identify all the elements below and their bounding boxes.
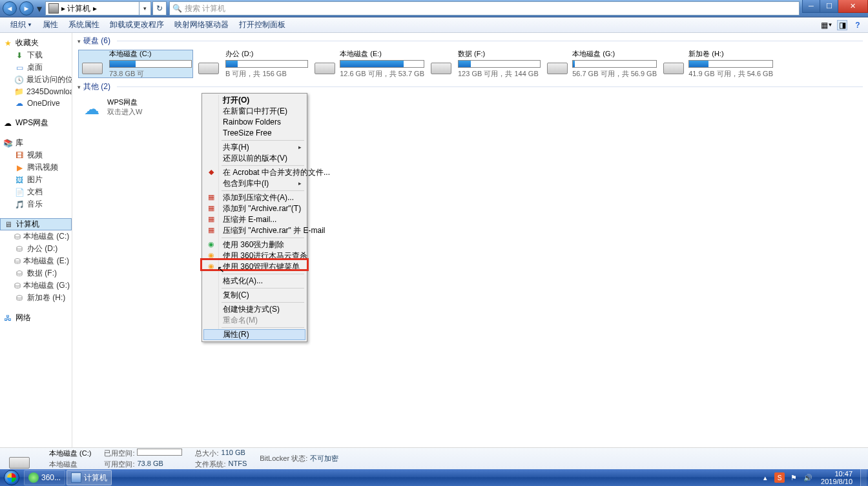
tray-flag-icon[interactable]: ⚑ [789,472,799,483]
view-mode-button[interactable]: ▦▼ [822,20,832,30]
help-button[interactable]: ? [852,20,863,30]
drive-free-text: B 可用，共 156 GB [225,69,308,79]
sidebar-drive-g[interactable]: ⛁本地磁盘 (G:) [0,279,72,292]
toolbar-control-panel[interactable]: 打开控制面板 [234,18,291,32]
drive-free-text: 73.8 GB 可 [109,69,192,79]
sidebar-desktop[interactable]: ▭桌面 [0,61,72,74]
music-icon: 🎵 [14,199,25,210]
sidebar-downloads[interactable]: ⬇下载 [0,49,72,61]
sidebar-computer[interactable]: 🖥计算机 [0,218,72,230]
sidebar-drive-e[interactable]: ⛁本地磁盘 (E:) [0,255,72,267]
sidebar-onedrive[interactable]: ☁OneDrive [0,97,72,109]
sidebar-network[interactable]: 🖧网络 [0,312,72,324]
drive-usage-bar [340,60,424,68]
ctx-360-delete[interactable]: ◉使用 360强力删除 [203,239,305,250]
taskbar-clock[interactable]: 10:47 2019/8/10 [818,469,855,486]
drive-f[interactable]: 数据 (F:) 123 GB 可用，共 144 GB [427,50,542,78]
drive-e[interactable]: 本地磁盘 (E:) 12.6 GB 可用，共 53.7 GB [311,50,426,78]
drives-grid: 本地磁盘 (C:) 73.8 GB 可 办公 (D:) B 可用，共 156 G… [72,49,868,79]
sidebar-drive-f[interactable]: ⛁数据 (F:) [0,267,72,279]
sidebar-pictures[interactable]: 🖼图片 [0,174,72,186]
drive-g[interactable]: 本地磁盘 (G:) 56.7 GB 可用，共 56.9 GB [543,50,658,78]
ctx-add-archive-rar[interactable]: ▦添加到 "Archive.rar"(T) [203,203,305,214]
cursor-icon: ↖ [217,264,225,274]
sidebar-2345downloads[interactable]: 📁2345Downloads [0,86,72,97]
preview-pane-button[interactable]: ◨ [837,20,847,30]
ctx-add-archive[interactable]: ▦添加到压缩文件(A)... [203,192,305,203]
toolbar-organize[interactable]: 组织▼ [5,18,37,32]
ctx-open-new-window[interactable]: 在新窗口中打开(E) [203,106,305,117]
refresh-button[interactable]: ↻ [152,1,167,15]
address-dropdown[interactable]: ▾ [140,1,151,15]
taskbar: 360... 计算机 ▴ S ⚑ 🔊 10:47 2019/8/10 [0,469,868,486]
taskbar-explorer[interactable]: 计算机 [67,470,112,485]
sidebar-documents[interactable]: 📄文档 [0,186,72,198]
sidebar-drive-d[interactable]: ⛁办公 (D:) [0,243,72,255]
start-button[interactable] [0,469,23,486]
sidebar-music[interactable]: 🎵音乐 [0,198,72,210]
drive-free-text: 123 GB 可用，共 144 GB [458,69,541,79]
toolbar-map-drive[interactable]: 映射网络驱动器 [169,18,234,32]
minimize-button[interactable]: ─ [802,0,820,13]
close-button[interactable]: ✕ [838,0,868,13]
sidebar-libraries[interactable]: 📚库 [0,137,72,149]
drive-d[interactable]: 办公 (D:) B 可用，共 156 GB [194,50,309,78]
360-icon [28,472,39,483]
tray-volume-icon[interactable]: 🔊 [803,472,813,483]
drive-icon [196,52,222,76]
sidebar-favorites[interactable]: ★收藏夹 [0,37,72,49]
nav-history-dropdown[interactable]: ▾ [35,1,44,15]
ctx-properties[interactable]: 属性(R) [203,329,305,340]
other-wps[interactable]: ☁ WPS网盘 双击进入W [78,95,220,123]
ctx-rainbow-folders[interactable]: Rainbow Folders [203,117,305,128]
ctx-share[interactable]: 共享(H)▸ [203,142,305,153]
ctx-compress-email[interactable]: ▦压缩并 E-mail... [203,214,305,225]
taskbar-360[interactable]: 360... [24,470,65,485]
ctx-create-shortcut[interactable]: 创建快捷方式(S) [203,304,305,315]
toolbar-uninstall[interactable]: 卸载或更改程序 [105,18,169,32]
drive-icon [79,52,105,76]
group-hard-drives[interactable]: ▾硬盘 (6) [72,33,868,49]
star-icon: ★ [3,38,13,48]
drive-h[interactable]: 新加卷 (H:) 41.9 GB 可用，共 54.6 GB [659,50,774,78]
sidebar-drive-c[interactable]: ⛁本地磁盘 (C:) [0,230,72,243]
sidebar-videos[interactable]: 🎞视频 [0,149,72,161]
drive-c[interactable]: 本地磁盘 (C:) 73.8 GB 可 [78,50,193,78]
sidebar-wps[interactable]: ☁WPS网盘 [0,117,72,129]
sidebar-drive-h[interactable]: ⛁新加卷 (H:) [0,292,72,304]
sidebar-recent[interactable]: 🕓最近访问的位置 [0,74,72,86]
show-desktop-button[interactable] [860,469,867,486]
drive-icon [661,52,685,76]
ctx-treesize[interactable]: TreeSize Free [203,128,305,139]
other-name: WPS网盘 [107,97,142,107]
collapse-icon: ▾ [78,84,81,90]
drive-icon: ⛁ [14,293,25,303]
maximize-button[interactable]: ☐ [820,0,838,13]
ctx-360-scan[interactable]: ◉使用 360进行木马云查杀 [203,250,305,261]
ctx-copy[interactable]: 复制(C) [203,290,305,301]
bitlocker-label: BitLocker 状态: [260,454,307,463]
ctx-restore-versions[interactable]: 还原以前的版本(V) [203,153,305,164]
ctx-format[interactable]: 格式化(A)... [203,276,305,287]
filesystem-label: 文件系统: [195,460,225,469]
sidebar-tencent-video[interactable]: ▶腾讯视频 [0,161,72,174]
drive-icon: ⛁ [14,256,21,267]
address-bar[interactable]: ▸ 计算机 ▸ [45,1,140,15]
ctx-acrobat-combine[interactable]: ◆在 Acrobat 中合并支持的文件... [203,167,305,178]
ctx-include-library[interactable]: 包含到库中(I)▸ [203,178,305,189]
used-space-label: 已用空间: [104,449,134,458]
tray-expand-icon[interactable]: ▴ [760,472,770,483]
tray-ime-icon[interactable]: S [774,472,785,483]
toolbar-system-properties[interactable]: 系统属性 [63,18,105,32]
search-input[interactable]: 🔍 搜索 计算机 [169,1,800,15]
toolbar-properties[interactable]: 属性 [37,18,63,32]
nav-back-button[interactable]: ◄ [3,1,17,15]
nav-forward-button[interactable]: ► [19,1,34,15]
ctx-rename[interactable]: 重命名(M) [203,315,305,326]
group-other[interactable]: ▾其他 (2) [72,79,868,95]
ctx-open[interactable]: 打开(O) [203,95,305,106]
download-icon: ⬇ [14,50,25,61]
acrobat-icon: ◆ [206,167,216,177]
ctx-compress-rar-email[interactable]: ▦压缩到 "Archive.rar" 并 E-mail [203,225,305,236]
breadcrumb-computer[interactable]: 计算机 [67,3,90,14]
